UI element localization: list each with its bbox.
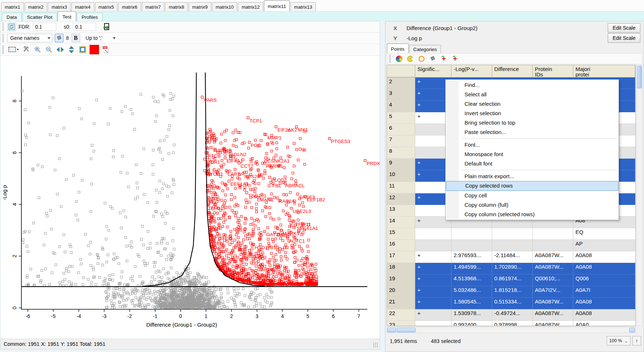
volcano-plot[interactable]: -6-5-4-3-2-10123456702468Difference (Gro… [0, 56, 380, 337]
edit-x-scale-button[interactable]: Edit Scale [608, 23, 640, 33]
cell-significant[interactable]: + [415, 298, 451, 309]
menu-item-plain-matrix-export[interactable]: Plain matrix export... [446, 172, 619, 181]
menu-item-invert-selection[interactable]: Invert selection [446, 109, 619, 118]
row-number[interactable]: 19 [387, 275, 415, 286]
cell-difference[interactable]: -0.49724... [492, 309, 533, 321]
cell-difference[interactable]: 0.861974... [492, 275, 533, 286]
tab-matrix7[interactable]: matrix7 [142, 2, 165, 11]
menu-item-copy-column-selected-rows[interactable]: Copy column (selected rows) [446, 210, 619, 219]
row-number[interactable]: 8 [387, 147, 415, 159]
resize-grip[interactable] [373, 343, 378, 348]
cell-majority-protein[interactable]: AP [573, 240, 635, 251]
table-row[interactable]: 15EQ [387, 228, 635, 240]
scrollbar-thumb[interactable] [397, 328, 416, 332]
col-header-logp[interactable]: -Log(P-v... [451, 65, 492, 77]
menu-item-font[interactable]: Font... [446, 140, 619, 150]
cell-protein-ids[interactable] [533, 228, 573, 240]
cell-majority-protein[interactable]: Q006 [573, 275, 635, 286]
refresh-button[interactable] [7, 22, 16, 31]
cell-protein-ids[interactable]: Q00610;... [533, 275, 573, 286]
table-row[interactable]: 19+4.513968...0.861974...Q00610;...Q006 [387, 275, 635, 286]
menu-item-monospace-font[interactable]: Monospace font [446, 150, 619, 159]
label-column-select[interactable]: Gene names [7, 34, 52, 42]
row-number[interactable]: 20 [387, 286, 415, 298]
row-number[interactable]: 3 [387, 89, 415, 101]
tab-matrix6[interactable]: matrix6 [118, 2, 141, 11]
scrollbar-thumb[interactable] [637, 66, 642, 88]
col-header-difference[interactable]: Difference [492, 65, 533, 77]
table-row[interactable]: 18+1.494599...1.702890...A0A087W...A0A08 [387, 263, 635, 275]
cell-significant[interactable]: + [415, 309, 451, 321]
fit-width-button[interactable] [56, 45, 65, 54]
truncation-select[interactable]: Up to ';' [83, 34, 117, 42]
table-horizontal-scrollbar[interactable] [387, 327, 636, 333]
row-number[interactable]: 21 [387, 298, 415, 309]
cell-difference[interactable]: 1.815218... [492, 286, 533, 298]
cell-significant[interactable]: + [415, 275, 451, 286]
cell-difference[interactable]: 0.978998... [492, 321, 533, 326]
zoom-in-button[interactable] [33, 45, 42, 54]
cell-difference[interactable]: 1.702890... [492, 263, 533, 275]
row-number[interactable]: 5 [387, 112, 415, 124]
selection-mode-button[interactable] [7, 45, 20, 54]
table-row[interactable]: 21+1.580545...0.515334...A0A087W...A0A08 [387, 298, 635, 309]
cell-difference[interactable] [492, 228, 533, 240]
zoom-out-button[interactable] [45, 45, 53, 54]
cell-majority-protein[interactable]: A0A0 [573, 321, 635, 326]
tab-test[interactable]: Test [58, 11, 76, 21]
cell-majority-protein[interactable]: EQ [573, 228, 635, 240]
cell-majority-protein[interactable]: A0A08 [573, 298, 635, 309]
cell-logp[interactable]: 1.530978... [451, 309, 492, 321]
scroll-right-button[interactable] [629, 328, 635, 332]
tab-matrix8[interactable]: matrix8 [165, 2, 188, 11]
row-number[interactable]: 13 [387, 205, 415, 217]
cell-significant[interactable] [415, 240, 451, 251]
cell-logp[interactable]: 4.513968... [451, 275, 492, 286]
cell-logp[interactable] [451, 240, 492, 251]
tab-matrix5[interactable]: matrix5 [95, 2, 118, 11]
tab-matrix12[interactable]: matrix12 [238, 2, 263, 11]
cell-protein-ids[interactable]: A0A087W... [533, 251, 573, 263]
table-row[interactable]: 22+1.530978...-0.49724...A0A087W...A0A08 [387, 309, 635, 321]
s0-input[interactable] [73, 23, 96, 31]
cell-protein-ids[interactable]: A0A7I2V... [533, 286, 573, 298]
export-matrix-button[interactable] [102, 22, 111, 31]
row-number[interactable]: 10 [387, 170, 415, 182]
menu-item-find[interactable]: Find... [446, 80, 619, 90]
tab-matrix2[interactable]: matrix2 [25, 2, 48, 11]
cell-logp[interactable]: 2.976593... [451, 251, 492, 263]
row-number[interactable]: 6 [387, 124, 415, 135]
row-number[interactable]: 17 [387, 251, 415, 263]
table-row[interactable]: 17+2.976593...-2.11484...A0A087W...A0A08 [387, 251, 635, 263]
add-numeric-column-button[interactable] [451, 55, 459, 63]
table-row[interactable]: 16AP [387, 240, 635, 251]
tab-categories[interactable]: Categories [409, 45, 441, 53]
cell-difference[interactable]: 0.515334... [492, 298, 533, 309]
cell-significant[interactable]: + [415, 263, 451, 275]
menu-item-bring-selection-to-top[interactable]: Bring selection to top [446, 118, 619, 127]
menu-item-paste-selection[interactable]: Paste selection... [446, 127, 619, 137]
row-number[interactable]: 15 [387, 228, 415, 240]
tab-points[interactable]: Points [387, 43, 409, 53]
cell-majority-protein[interactable]: A0A08 [573, 309, 635, 321]
tab-matrix3[interactable]: matrix3 [48, 2, 71, 11]
color-by-column-button[interactable] [395, 55, 403, 63]
cell-difference[interactable]: -2.11484... [492, 251, 533, 263]
toolbar-grip[interactable] [2, 46, 4, 54]
cell-significant[interactable]: + [415, 251, 451, 263]
edit-y-scale-button[interactable]: Edit Scale [608, 33, 640, 43]
fit-all-button[interactable] [78, 45, 87, 54]
tab-profiles[interactable]: Profiles [77, 13, 103, 21]
color-swatch[interactable] [90, 45, 99, 54]
cell-logp[interactable] [451, 228, 492, 240]
plot-settings-button[interactable] [22, 45, 31, 54]
tab-scatter-plot[interactable]: Scatter Plot [22, 13, 57, 21]
cell-protein-ids[interactable]: A0A087W... [533, 321, 573, 326]
cell-protein-ids[interactable] [533, 240, 573, 251]
cell-significant[interactable]: + [415, 286, 451, 298]
menu-item-default-font[interactable]: Default font [446, 159, 619, 168]
scroll-to-top-button[interactable]: ↑ [632, 336, 641, 345]
menu-item-select-all[interactable]: Select all [446, 90, 619, 99]
tab-data[interactable]: Data [2, 13, 22, 21]
cell-significant[interactable] [415, 228, 451, 240]
